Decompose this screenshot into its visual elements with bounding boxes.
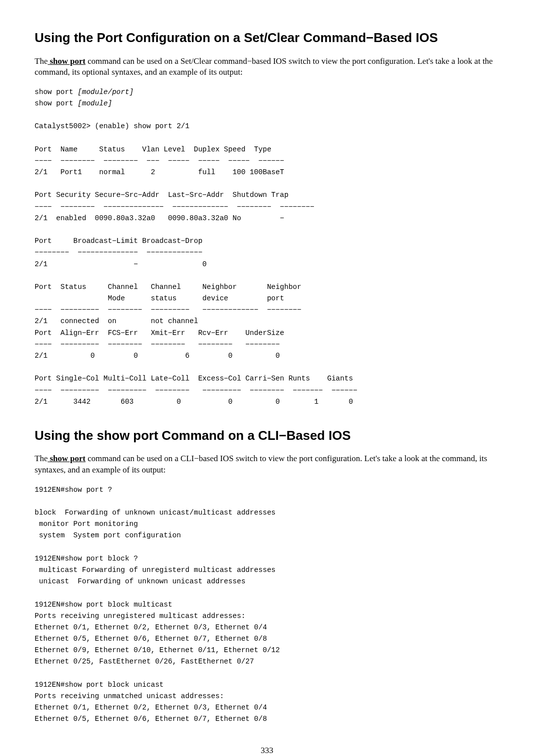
code-line-a-arg: [module/port] [78,88,134,96]
section2-code-block: 1912EN#show port ? block Forwarding of u… [35,484,499,725]
para2-text-before: The [35,454,47,463]
para1-text-after: command can be used on a Set/Clear comma… [35,56,493,77]
code-line-a: show port [35,88,78,96]
para2-text-after: command can be used on a CLI−based IOS s… [35,454,487,474]
section2-paragraph: The show port command can be used on a C… [35,453,499,475]
para1-text-before: The [35,56,47,66]
section1-heading: Using the Port Configuration on a Set/Cl… [35,30,499,46]
code-line-b-arg: [module] [78,99,112,107]
show-port-command-link-2[interactable]: show port [47,454,86,463]
code-line-b: show port [35,99,78,107]
code-rest: Catalyst5002> (enable) show port 2/1 Por… [35,122,357,406]
section1-code-block: show port [module/port] show port [modul… [35,87,499,408]
section2-heading: Using the show port Command on a CLI−Bas… [35,427,499,444]
show-port-command-link[interactable]: show port [47,56,86,66]
section1-paragraph: The show port command can be used on a S… [35,56,499,78]
page-number: 333 [35,745,499,756]
